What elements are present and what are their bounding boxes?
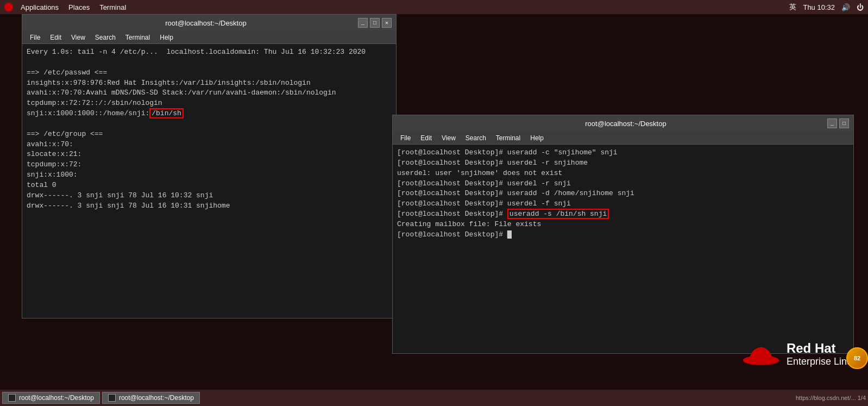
view-menu-2[interactable]: View — [437, 134, 460, 142]
power-icon[interactable]: ⏻ — [857, 3, 864, 11]
taskbar-task-2[interactable]: root@localhost:~/Desktop — [102, 392, 200, 404]
minimize-button-1[interactable]: _ — [358, 18, 368, 28]
terminal-body-2[interactable]: [root@localhost Desktop]# useradd -c "sn… — [393, 145, 853, 353]
maximize-button-2[interactable]: □ — [839, 118, 849, 128]
edit-menu-1[interactable]: Edit — [46, 33, 66, 42]
redhat-hat-icon — [742, 341, 780, 368]
places-menu[interactable]: Places — [64, 2, 94, 13]
file-menu-2[interactable]: File — [396, 134, 415, 142]
terminal-title-2: root@localhost:~/Desktop — [424, 120, 827, 128]
terminal-titlebar-2: root@localhost:~/Desktop _ □ — [393, 115, 853, 132]
task-label-2: root@localhost:~/Desktop — [119, 394, 194, 402]
help-menu-2[interactable]: Help — [526, 134, 548, 142]
taskbar-bottom: root@localhost:~/Desktop root@localhost:… — [0, 390, 868, 406]
bottom-url: https://blog.csdn.net/... 1/4 — [796, 395, 866, 401]
language-indicator: 英 — [789, 2, 796, 12]
terminal-menubar-1: File Edit View Search Terminal Help — [22, 31, 396, 44]
terminal-submenu-1[interactable]: Terminal — [121, 33, 154, 42]
terminal-title-1: root@localhost:~/Desktop — [54, 19, 358, 27]
highlighted-useradd-2: useradd -s /bin/sh snji — [507, 209, 609, 219]
terminal-menu[interactable]: Terminal — [95, 2, 130, 13]
applications-menu[interactable]: Applications — [16, 2, 63, 13]
taskbar-top: Applications Places Terminal 英 Thu 10:32… — [0, 0, 868, 14]
top-menu: Applications Places Terminal — [16, 2, 130, 13]
window-controls-1: _ □ ✕ — [358, 18, 392, 28]
terminal-window-1: root@localhost:~/Desktop _ □ ✕ File Edit… — [22, 14, 397, 318]
clock: Thu 10:32 — [803, 3, 835, 11]
task-label-1: root@localhost:~/Desktop — [19, 394, 94, 402]
minimize-button-2[interactable]: _ — [827, 118, 837, 128]
terminal-body-1[interactable]: Every 1.0s: tail -n 4 /etc/p... localhos… — [22, 44, 396, 318]
highlighted-binsh-1: /bin/sh — [149, 108, 184, 118]
terminal-titlebar-1: root@localhost:~/Desktop _ □ ✕ — [22, 15, 396, 31]
terminal-menubar-2: File Edit View Search Terminal Help — [393, 132, 853, 145]
maximize-button-1[interactable]: □ — [370, 18, 380, 28]
task-icon-1 — [8, 394, 16, 402]
terminal-window-2: root@localhost:~/Desktop _ □ File Edit V… — [392, 115, 854, 354]
edit-menu-2[interactable]: Edit — [416, 134, 436, 142]
file-menu-1[interactable]: File — [26, 33, 45, 42]
search-menu-1[interactable]: Search — [91, 33, 120, 42]
view-menu-1[interactable]: View — [67, 33, 90, 42]
system-tray: 英 Thu 10:32 🔊 ⏻ — [789, 2, 864, 12]
terminal-submenu-2[interactable]: Terminal — [492, 134, 525, 142]
desktop: root@localhost:~/Desktop _ □ ✕ File Edit… — [0, 14, 868, 390]
volume-icon[interactable]: 🔊 — [841, 3, 850, 11]
redhat-menu-icon — [4, 3, 13, 11]
close-button-1[interactable]: ✕ — [382, 18, 392, 28]
help-menu-1[interactable]: Help — [155, 33, 178, 42]
redhat-logo: Red Hat Enterprise Linux — [742, 341, 857, 368]
avatar[interactable]: 82 — [846, 347, 868, 369]
search-menu-2[interactable]: Search — [461, 134, 490, 142]
task-icon-2 — [108, 394, 116, 402]
window-controls-2: _ □ — [827, 118, 849, 128]
taskbar-task-1[interactable]: root@localhost:~/Desktop — [2, 392, 100, 404]
